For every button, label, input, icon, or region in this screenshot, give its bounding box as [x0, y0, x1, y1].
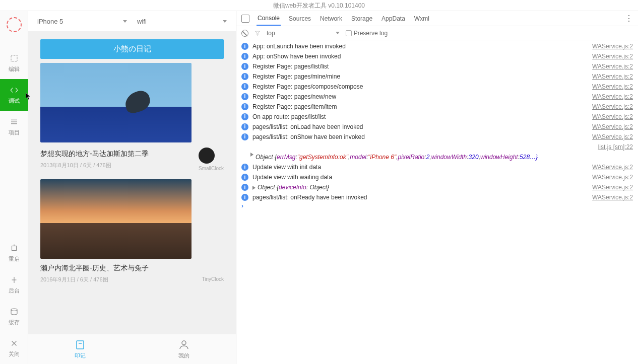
- log-source-link[interactable]: WAService.js:2: [592, 92, 633, 101]
- card-image: [40, 179, 192, 259]
- log-message: Register Page: pages/new/new: [252, 92, 587, 101]
- log-message: pages/list/list: onLoad have been invoke…: [252, 122, 587, 131]
- tab-sources[interactable]: Sources: [288, 12, 312, 25]
- tab-console[interactable]: Console: [257, 12, 281, 26]
- close-icon: [9, 338, 19, 348]
- debug-icon: [9, 85, 19, 95]
- card-title: 濑户内海北半圈-历史、艺术与兔子: [40, 264, 202, 273]
- device-model-value: iPhone 5: [37, 18, 63, 25]
- expand-triangle-icon[interactable]: [252, 186, 256, 190]
- console-output[interactable]: iApp: onLaunch have been invokedWAServic…: [236, 40, 638, 364]
- log-source-link[interactable]: WAService.js:2: [592, 193, 633, 202]
- tab-mine[interactable]: 我的: [132, 334, 236, 364]
- log-source-link[interactable]: list.js [sm]:22: [598, 142, 633, 152]
- log-source-link[interactable]: WAService.js:2: [592, 112, 633, 121]
- svg-point-8: [11, 309, 17, 311]
- info-badge-icon: i: [241, 123, 248, 130]
- log-message: Update view with init data: [252, 163, 587, 172]
- chevron-down-icon: [336, 32, 340, 34]
- restart-button[interactable]: 重启: [0, 237, 28, 269]
- svg-marker-14: [256, 31, 260, 35]
- filter-icon[interactable]: [254, 30, 261, 36]
- network-value: wifi: [137, 18, 147, 25]
- restart-icon: [9, 243, 19, 253]
- card-title: 梦想实现的地方-马达加斯加第二季: [40, 150, 199, 159]
- tab-label: 我的: [178, 352, 189, 359]
- debug-button[interactable]: 调试: [0, 79, 28, 111]
- project-icon: [9, 117, 19, 127]
- tab-memo[interactable]: 印记: [28, 334, 132, 364]
- avatar-icon: [202, 265, 216, 276]
- edit-label: 编辑: [9, 65, 20, 73]
- background-label: 后台: [9, 287, 20, 295]
- log-message: Register Page: pages/list/list: [252, 62, 587, 71]
- preserve-log-label: Preserve log: [354, 30, 388, 37]
- cache-button[interactable]: 缓存: [0, 301, 28, 332]
- info-badge-icon: i: [241, 83, 248, 90]
- feed-card[interactable]: 梦想实现的地方-马达加斯加第二季 2013年8月10日 / 6天 / 476图 …: [40, 63, 224, 171]
- device-model-dropdown[interactable]: iPhone 5: [32, 18, 132, 25]
- console-object[interactable]: iObject {deviceInfo: Object}WAService.js…: [236, 182, 638, 192]
- context-value: top: [267, 30, 275, 37]
- tab-wxml[interactable]: Wxml: [413, 12, 430, 25]
- log-source-link[interactable]: WAService.js:2: [592, 102, 633, 111]
- close-button[interactable]: 关闭: [0, 332, 28, 364]
- info-badge-icon: i: [241, 164, 248, 171]
- log-source-link[interactable]: WAService.js:2: [592, 52, 633, 61]
- log-source-link[interactable]: WAService.js:2: [592, 62, 633, 71]
- log-message: Update view with waiting data: [252, 173, 587, 182]
- log-source-link[interactable]: WAService.js:2: [592, 183, 633, 192]
- app-logo-icon: [7, 17, 22, 32]
- log-source-link[interactable]: WAService.js:2: [592, 132, 633, 141]
- more-icon[interactable]: ⋮: [625, 14, 633, 23]
- tab-network[interactable]: Network: [319, 12, 343, 25]
- author-name: TinyClock: [202, 276, 224, 282]
- console-prompt[interactable]: ›: [236, 202, 638, 209]
- log-source-link[interactable]: WAService.js:2: [592, 82, 633, 91]
- tab-storage[interactable]: Storage: [350, 12, 373, 25]
- log-message: Register Page: pages/mine/mine: [252, 72, 587, 81]
- edit-button[interactable]: 编辑: [0, 47, 28, 79]
- info-badge-icon: i: [241, 194, 248, 201]
- project-button[interactable]: 项目: [0, 111, 28, 142]
- svg-rect-0: [11, 55, 17, 61]
- expand-triangle-icon[interactable]: [250, 153, 253, 157]
- log-source-link[interactable]: WAService.js:2: [592, 163, 633, 172]
- window-title: 微信web开发者工具 v0.10.101400: [0, 0, 638, 11]
- info-badge-icon: i: [241, 63, 248, 70]
- app-tabbar: 印记 我的: [28, 334, 236, 364]
- svg-point-13: [182, 341, 186, 345]
- preserve-log-checkbox[interactable]: Preserve log: [346, 30, 388, 37]
- log-message: On app route: pages/list/list: [252, 112, 587, 121]
- simulator-panel: iPhone 5 wifi 小熊の日记 梦想实现的地方-马达加斯加第二季 201…: [28, 11, 236, 364]
- edit-icon: [9, 53, 19, 63]
- info-badge-icon: i: [241, 43, 248, 50]
- feed-card[interactable]: 濑户内海北半圈-历史、艺术与兔子 2016年9月1日 / 6天 / 476图 T…: [40, 179, 224, 283]
- tab-appdata[interactable]: AppData: [380, 12, 406, 25]
- info-badge-icon: i: [241, 113, 248, 120]
- debug-label: 调试: [9, 97, 20, 105]
- cache-label: 缓存: [9, 319, 20, 326]
- cache-icon: [9, 307, 19, 317]
- background-icon: [9, 275, 19, 285]
- inspect-icon[interactable]: [241, 15, 249, 23]
- chevron-down-icon: [223, 20, 227, 23]
- log-source-link[interactable]: WAService.js:2: [592, 122, 633, 131]
- clear-console-icon[interactable]: [241, 30, 248, 37]
- context-dropdown[interactable]: top: [267, 30, 340, 37]
- background-button[interactable]: 后台: [0, 269, 28, 301]
- log-source-link[interactable]: WAService.js:2: [592, 72, 633, 81]
- svg-rect-11: [77, 341, 84, 349]
- feed-list[interactable]: 梦想实现的地方-马达加斯加第二季 2013年8月10日 / 6天 / 476图 …: [40, 63, 224, 334]
- log-source-link[interactable]: WAService.js:2: [592, 173, 633, 182]
- info-badge-icon: i: [241, 103, 248, 110]
- project-label: 项目: [9, 129, 20, 136]
- left-toolbar: 编辑 调试 项目 重启 后台 缓存 关闭: [0, 11, 28, 364]
- log-source-link[interactable]: WAService.js:2: [592, 42, 633, 51]
- log-message: Register Page: pages/item/item: [252, 102, 587, 111]
- user-icon: [178, 339, 190, 351]
- restart-label: 重启: [9, 255, 20, 263]
- console-object[interactable]: Object {errMsg: "getSystemInfo:ok", mode…: [236, 152, 638, 162]
- network-dropdown[interactable]: wifi: [132, 18, 232, 25]
- chevron-down-icon: [123, 20, 127, 23]
